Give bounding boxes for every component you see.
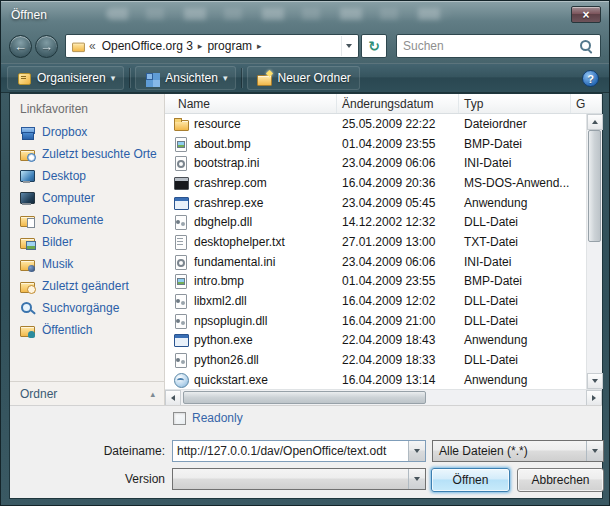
forward-button[interactable]: →: [35, 35, 58, 58]
chevron-down-icon: [414, 449, 420, 453]
filename-combobox[interactable]: [172, 440, 426, 462]
sidebar-item-dropbox[interactable]: Dropbox: [10, 121, 164, 143]
horizontal-scroll-track[interactable]: [181, 390, 586, 405]
file-row-desktophelper-txt[interactable]: desktophelper.txt27.01.2009 13:00TXT-Dat…: [165, 232, 586, 252]
column-header-size[interactable]: G: [571, 94, 602, 113]
titlebar[interactable]: Öffnen ×: [1, 1, 609, 29]
file-date: 16.04.2009 13:14: [337, 373, 459, 387]
file-type: DLL-Datei: [459, 314, 571, 328]
ini-file-icon: [173, 155, 189, 171]
file-date: 25.05.2009 22:22: [337, 117, 459, 131]
sidebar-item-musik[interactable]: Musik: [10, 253, 164, 275]
version-dropdown-button[interactable]: [408, 469, 425, 489]
file-type: Anwendung: [459, 196, 571, 210]
file-name-cell: bootstrap.ini: [165, 155, 337, 171]
favorites-header: Linkfavoriten: [10, 94, 164, 121]
address-history-dropdown[interactable]: [341, 36, 356, 56]
search-input[interactable]: [397, 39, 579, 53]
help-icon: ?: [587, 73, 594, 85]
navigation-bar: ← → « OpenOffice.org 3 ▸ program ▸ ↻: [1, 29, 609, 63]
triangle-up-icon: [592, 120, 598, 124]
new-folder-label: Neuer Ordner: [277, 71, 350, 85]
readonly-option[interactable]: Readonly: [173, 411, 243, 425]
new-folder-button[interactable]: Neuer Ordner: [247, 66, 359, 90]
sidebar-item-computer[interactable]: Computer: [10, 187, 164, 209]
vertical-scroll-thumb[interactable]: [588, 130, 601, 242]
music-icon: [19, 257, 36, 272]
vertical-scrollbar[interactable]: [586, 114, 602, 389]
triangle-down-icon: [592, 379, 598, 383]
sidebar-item-label: Öffentlich: [42, 323, 92, 337]
file-row-libxml2-dll[interactable]: libxml2.dll16.04.2009 12:02DLL-Datei: [165, 291, 586, 311]
sidebar-item-suchvorgaenge[interactable]: Suchvorgänge: [10, 297, 164, 319]
file-row-crashrep-exe[interactable]: crashrep.exe23.04.2009 05:45Anwendung: [165, 193, 586, 213]
close-button[interactable]: ×: [571, 6, 601, 23]
refresh-button[interactable]: ↻: [361, 34, 387, 58]
horizontal-scrollbar[interactable]: [165, 389, 602, 405]
file-row-python-exe[interactable]: python.exe22.04.2009 18:43Anwendung: [165, 331, 586, 351]
filetype-value: Alle Dateien (*.*): [433, 444, 586, 458]
chevron-right-icon[interactable]: ▸: [256, 41, 263, 51]
breadcrumb-item-openoffice-org-3[interactable]: OpenOffice.org 3: [98, 37, 197, 55]
file-row-intro-bmp[interactable]: intro.bmp01.04.2009 23:55BMP-Datei: [165, 272, 586, 292]
breadcrumb-item-program[interactable]: program: [203, 37, 256, 55]
scroll-right-button[interactable]: [586, 390, 602, 406]
file-name-cell: dbghelp.dll: [165, 214, 337, 230]
views-button[interactable]: Ansichten ▾: [135, 66, 236, 90]
version-combobox[interactable]: [172, 468, 426, 490]
folders-expander[interactable]: Ordner ▴: [10, 381, 164, 405]
folders-label: Ordner: [20, 387, 57, 401]
scroll-down-button[interactable]: [587, 373, 603, 389]
sidebar-item-zuletzt-besuchte-orte[interactable]: Zuletzt besuchte Orte: [10, 143, 164, 165]
filetype-combobox[interactable]: Alle Dateien (*.*): [432, 440, 604, 462]
column-header-date[interactable]: Änderungsdatum: [337, 94, 459, 113]
readonly-checkbox[interactable]: [173, 412, 186, 425]
horizontal-scroll-thumb[interactable]: [183, 391, 426, 404]
sidebar-item-desktop[interactable]: Desktop: [10, 165, 164, 187]
breadcrumb-overflow-chevron[interactable]: «: [89, 39, 96, 53]
file-date: 23.04.2009 05:45: [337, 196, 459, 210]
scroll-up-button[interactable]: [587, 114, 603, 130]
recent-changes-icon: [19, 279, 36, 294]
search-box[interactable]: [396, 34, 601, 58]
file-row-dbghelp-dll[interactable]: dbghelp.dll14.12.2002 12:32DLL-Datei: [165, 212, 586, 232]
filename-input[interactable]: [173, 444, 408, 458]
open-button[interactable]: Öffnen: [431, 468, 510, 492]
readonly-label: Readonly: [192, 411, 243, 425]
chevron-down-icon: [346, 44, 352, 48]
open-dialog: Öffnen × ← → « OpenOffice.org 3 ▸ progra…: [0, 0, 610, 506]
sidebar-item-bilder[interactable]: Bilder: [10, 231, 164, 253]
file-name-cell: intro.bmp: [165, 273, 337, 289]
file-type: INI-Datei: [459, 255, 571, 269]
file-row-resource[interactable]: resource25.05.2009 22:22Dateiordner: [165, 114, 586, 134]
filename-label: Dateiname:: [10, 444, 165, 458]
filetype-dropdown-button[interactable]: [586, 441, 603, 461]
folder-icon: [71, 40, 85, 53]
organize-button[interactable]: Organisieren ▾: [7, 66, 124, 90]
cancel-button[interactable]: Abbrechen: [517, 468, 604, 492]
help-button[interactable]: ?: [582, 70, 599, 87]
file-row-bootstrap-ini[interactable]: bootstrap.ini23.04.2009 06:06INI-Datei: [165, 153, 586, 173]
desktop-icon: [19, 169, 36, 184]
file-row-python26-dll[interactable]: python26.dll22.04.2009 18:33DLL-Datei: [165, 350, 586, 370]
file-row-quickstart-exe[interactable]: quickstart.exe16.04.2009 13:14Anwendung: [165, 370, 586, 389]
file-name: resource: [194, 117, 241, 131]
file-row-npsoplugin-dll[interactable]: npsoplugin.dll16.04.2009 21:00DLL-Datei: [165, 311, 586, 331]
scroll-left-button[interactable]: [165, 390, 181, 406]
sidebar-item-oeffentlich[interactable]: Öffentlich: [10, 319, 164, 341]
column-header-type[interactable]: Typ: [459, 94, 571, 113]
sidebar-item-zuletzt-geaendert[interactable]: Zuletzt geändert: [10, 275, 164, 297]
organize-label: Organisieren: [37, 71, 106, 85]
file-row-crashrep-com[interactable]: crashrep.com16.04.2009 20:36MS-DOS-Anwen…: [165, 173, 586, 193]
sidebar-item-dokumente[interactable]: Dokumente: [10, 209, 164, 231]
address-breadcrumb[interactable]: « OpenOffice.org 3 ▸ program ▸: [65, 34, 359, 58]
column-header-label: Name: [178, 97, 210, 111]
vertical-scroll-track[interactable]: [587, 130, 602, 373]
file-row-fundamental-ini[interactable]: fundamental.ini23.04.2009 06:06INI-Datei: [165, 252, 586, 272]
file-name-cell: crashrep.exe: [165, 195, 337, 211]
filename-dropdown-button[interactable]: [408, 441, 425, 461]
column-header-name[interactable]: Name: [165, 94, 337, 113]
file-row-about-bmp[interactable]: about.bmp01.04.2009 23:55BMP-Datei: [165, 134, 586, 154]
back-button[interactable]: ←: [9, 35, 32, 58]
chevron-down-icon: ▾: [111, 73, 116, 83]
